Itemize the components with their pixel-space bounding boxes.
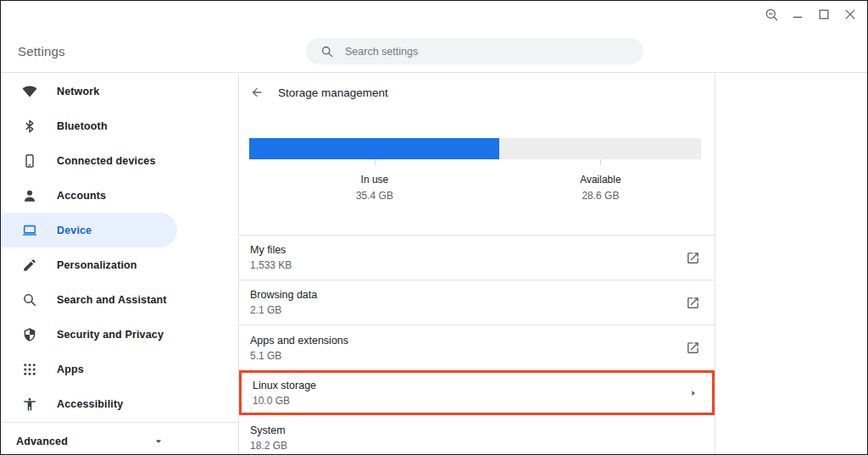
laptop-icon bbox=[22, 223, 37, 238]
storage-rows: My files 1,533 KB Browsing data 2.1 GB bbox=[239, 236, 715, 455]
sidebar-item-label: Apps bbox=[57, 363, 84, 375]
storage-usage-chart: In use 35.4 GB Available 28.6 GB bbox=[239, 111, 715, 236]
back-arrow-icon bbox=[250, 86, 264, 99]
search-icon bbox=[320, 45, 334, 58]
usage-bar: In use 35.4 GB Available 28.6 GB bbox=[249, 138, 701, 159]
close-button[interactable] bbox=[840, 4, 860, 25]
row-title: System bbox=[250, 424, 287, 436]
search-icon bbox=[22, 292, 37, 308]
row-size: 10.0 GB bbox=[253, 395, 316, 407]
in-use-caption: In use 35.4 GB bbox=[315, 174, 434, 202]
sidebar-item-bluetooth[interactable]: Bluetooth bbox=[1, 108, 238, 143]
row-title: Apps and extensions bbox=[250, 335, 348, 347]
zoom-out-icon bbox=[764, 7, 780, 23]
sidebar-item-label: Device bbox=[57, 225, 92, 236]
sidebar-item-accounts[interactable]: Accounts bbox=[1, 178, 238, 213]
chevron-down-icon bbox=[153, 436, 164, 447]
external-link-icon[interactable] bbox=[686, 296, 700, 310]
page-title: Storage management bbox=[278, 86, 388, 99]
sidebar-item-label: Network bbox=[57, 86, 99, 97]
storage-management-panel: Storage management In use 35.4 GB Availa… bbox=[238, 74, 715, 454]
available-value: 28.6 GB bbox=[541, 190, 659, 202]
chevron-right-icon bbox=[689, 389, 698, 397]
person-icon bbox=[22, 188, 37, 203]
sidebar-item-personalization[interactable]: Personalization bbox=[1, 247, 238, 282]
minimize-button[interactable] bbox=[787, 4, 808, 25]
row-browsing-data[interactable]: Browsing data 2.1 GB bbox=[239, 280, 715, 325]
maximize-icon bbox=[816, 7, 832, 22]
usage-bar-fill bbox=[249, 138, 499, 159]
wifi-icon bbox=[22, 84, 37, 99]
row-my-files[interactable]: My files 1,533 KB bbox=[239, 236, 715, 280]
row-size: 2.1 GB bbox=[250, 304, 317, 316]
window-titlebar bbox=[761, 1, 867, 28]
shield-icon bbox=[22, 327, 37, 342]
sidebar-item-network[interactable]: Network bbox=[1, 74, 238, 108]
bluetooth-icon bbox=[22, 119, 37, 134]
sidebar-item-security-privacy[interactable]: Security and Privacy bbox=[1, 317, 238, 352]
sidebar-item-label: Accounts bbox=[57, 190, 106, 202]
available-caption: Available 28.6 GB bbox=[541, 174, 659, 202]
sidebar-nav: Network Bluetooth Connected devices Acco… bbox=[1, 74, 238, 454]
in-use-value: 35.4 GB bbox=[315, 190, 434, 202]
content-header: Storage management bbox=[239, 74, 715, 111]
row-size: 18.2 GB bbox=[250, 440, 287, 452]
sidebar-item-device[interactable]: Device bbox=[1, 213, 177, 247]
row-linux-storage[interactable]: Linux storage 10.0 GB bbox=[239, 370, 715, 415]
search-bar[interactable] bbox=[306, 38, 643, 64]
app-header: Settings bbox=[1, 1, 867, 73]
close-icon bbox=[843, 7, 858, 22]
row-apps-extensions[interactable]: Apps and extensions 5.1 GB bbox=[239, 325, 715, 370]
row-title: My files bbox=[250, 244, 292, 256]
row-size: 1,533 KB bbox=[250, 259, 292, 271]
row-title: Browsing data bbox=[250, 289, 317, 301]
app-title: Settings bbox=[18, 44, 65, 58]
sidebar-advanced-toggle[interactable]: Advanced bbox=[1, 422, 238, 455]
sidebar-item-label: Accessibility bbox=[57, 398, 123, 410]
sidebar-item-label: Personalization bbox=[57, 259, 137, 271]
sidebar-item-label: Security and Privacy bbox=[57, 329, 164, 341]
accessibility-icon bbox=[22, 397, 37, 412]
apps-grid-icon bbox=[22, 362, 37, 377]
row-system[interactable]: System 18.2 GB bbox=[239, 415, 715, 455]
sidebar-item-label: Connected devices bbox=[57, 155, 155, 167]
external-link-icon[interactable] bbox=[686, 251, 700, 265]
sidebar-item-search-assistant[interactable]: Search and Assistant bbox=[1, 282, 238, 317]
settings-window: Settings Network Bluetooth Connected d bbox=[0, 0, 868, 455]
external-link-icon[interactable] bbox=[686, 341, 700, 355]
maximize-button[interactable] bbox=[814, 4, 834, 25]
in-use-label: In use bbox=[315, 174, 434, 186]
advanced-label: Advanced bbox=[16, 436, 68, 447]
sidebar-item-label: Search and Assistant bbox=[57, 294, 167, 306]
sidebar-item-label: Bluetooth bbox=[57, 120, 108, 132]
sidebar-item-accessibility[interactable]: Accessibility bbox=[1, 386, 238, 421]
minimize-icon bbox=[790, 7, 805, 22]
in-use-tick bbox=[375, 159, 376, 165]
row-title: Linux storage bbox=[253, 380, 316, 391]
available-label: Available bbox=[541, 174, 659, 186]
sidebar-item-apps[interactable]: Apps bbox=[1, 352, 238, 386]
smartphone-icon bbox=[22, 153, 37, 169]
back-button[interactable] bbox=[250, 86, 264, 99]
search-input[interactable] bbox=[345, 46, 630, 58]
sidebar-item-connected-devices[interactable]: Connected devices bbox=[1, 143, 238, 178]
pen-icon bbox=[22, 258, 37, 273]
zoom-out-button[interactable] bbox=[761, 4, 782, 25]
available-tick bbox=[600, 159, 601, 165]
row-size: 5.1 GB bbox=[250, 350, 348, 362]
